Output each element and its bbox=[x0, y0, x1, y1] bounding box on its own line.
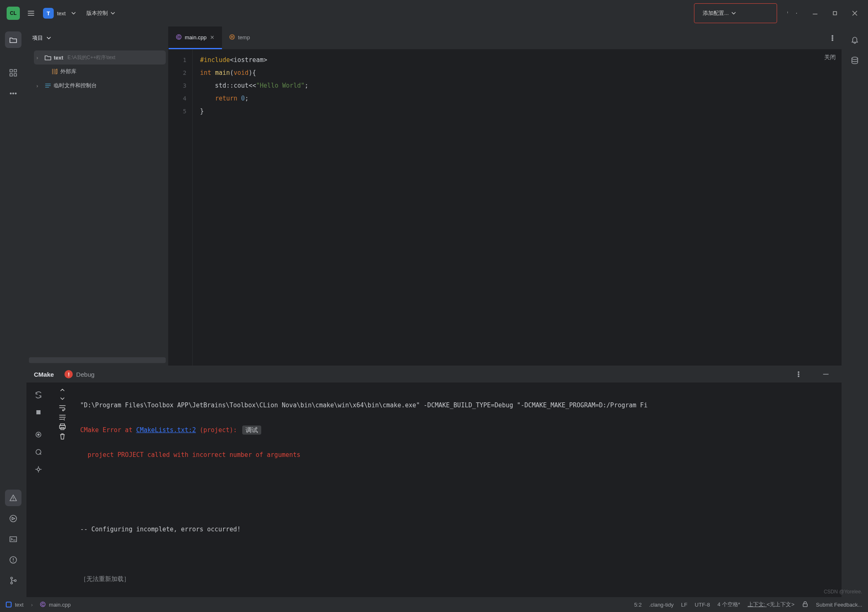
svg-point-14 bbox=[10, 515, 17, 522]
project-name: text bbox=[57, 10, 66, 17]
hide-tool-button[interactable] bbox=[818, 366, 834, 382]
print-button[interactable] bbox=[59, 423, 66, 432]
bottom-tool-window: CMake ! Debug bbox=[26, 366, 842, 597]
code-content[interactable]: #include<iostream>int main(void){ std::c… bbox=[193, 50, 842, 366]
run-config-selector[interactable]: 添加配置... bbox=[696, 7, 743, 19]
tab-label: main.cpp bbox=[185, 34, 207, 41]
cpp-file-icon: Ⓒ bbox=[176, 33, 181, 41]
breadcrumb-file[interactable]: Ⓒmain.cpp bbox=[40, 601, 71, 608]
svg-rect-9 bbox=[10, 74, 12, 76]
project-panel: 项目 › text E:\A我的C++程序\text 外部库 › 临时文件和控制… bbox=[26, 26, 169, 366]
tree-node-name: text bbox=[54, 55, 63, 61]
console-line: "D:\Program Files\Toolbox APP\JetBrains\… bbox=[80, 399, 836, 411]
svg-point-23 bbox=[852, 57, 858, 60]
minimize-button[interactable] bbox=[805, 5, 825, 22]
svg-point-12 bbox=[13, 93, 14, 94]
scroll-down-button[interactable] bbox=[59, 395, 66, 403]
terminal-tool-button[interactable] bbox=[5, 531, 21, 547]
chevron-right-icon: › bbox=[36, 83, 42, 89]
maximize-button[interactable] bbox=[825, 5, 845, 22]
svg-point-29 bbox=[38, 434, 39, 435]
services-tool-button[interactable] bbox=[5, 510, 21, 527]
chevron-down-icon bbox=[731, 11, 736, 16]
project-panel-header[interactable]: 项目 bbox=[26, 26, 168, 50]
error-icon: ! bbox=[64, 370, 73, 378]
tree-scratches[interactable]: › 临时文件和控制台 bbox=[34, 79, 166, 93]
folder-icon bbox=[45, 54, 51, 61]
debug-tab[interactable]: ! Debug bbox=[64, 370, 94, 378]
cmake-tab[interactable]: CMake bbox=[34, 371, 54, 378]
debug-button[interactable] bbox=[755, 9, 764, 18]
stop-button[interactable] bbox=[30, 404, 47, 421]
cmake-console[interactable]: "D:\Program Files\Toolbox APP\JetBrains\… bbox=[74, 382, 842, 612]
error-file-link[interactable]: CMakeLists.txt:2 bbox=[136, 426, 196, 434]
window-controls bbox=[805, 5, 865, 22]
run-more-button[interactable] bbox=[766, 9, 775, 18]
svg-point-13 bbox=[15, 93, 17, 94]
project-scrollbar[interactable] bbox=[29, 357, 166, 363]
close-tab-icon[interactable]: ✕ bbox=[210, 34, 215, 41]
structure-tool-button[interactable] bbox=[5, 65, 21, 81]
svg-point-11 bbox=[10, 93, 12, 94]
editor-close-button[interactable]: 关闭 bbox=[824, 54, 836, 61]
problems-tool-button[interactable] bbox=[5, 490, 21, 506]
settings-button[interactable] bbox=[792, 9, 801, 18]
cmake-cache-button[interactable] bbox=[30, 444, 47, 460]
scroll-up-button[interactable] bbox=[59, 387, 66, 394]
project-tool-button[interactable] bbox=[5, 31, 21, 48]
soft-wrap-button[interactable] bbox=[59, 404, 66, 413]
editor-tabs: Ⓒ main.cpp ✕ Ⓗ temp bbox=[169, 26, 842, 50]
clear-button[interactable] bbox=[59, 433, 66, 441]
run-button[interactable] bbox=[744, 9, 754, 18]
svg-rect-7 bbox=[10, 69, 12, 72]
reload-button[interactable] bbox=[30, 387, 47, 403]
scroll-end-button[interactable] bbox=[59, 414, 66, 422]
svg-point-26 bbox=[798, 376, 799, 377]
run-config-group: 添加配置... bbox=[694, 3, 777, 23]
tabs-more-button[interactable] bbox=[823, 26, 842, 49]
notifications-button[interactable] bbox=[847, 31, 863, 48]
more-tools-button[interactable] bbox=[5, 85, 21, 102]
panel-title: 项目 bbox=[32, 34, 43, 42]
line-number: 5 bbox=[169, 105, 186, 118]
tool-window-tabs: CMake ! Debug bbox=[26, 366, 842, 382]
cmake-profile-button[interactable] bbox=[30, 426, 47, 443]
tab-label: temp bbox=[238, 34, 250, 41]
tree-root-node[interactable]: › text E:\A我的C++程序\text bbox=[34, 50, 166, 65]
vcs-tool-button[interactable] bbox=[5, 572, 21, 589]
cmake-toolbar-1 bbox=[26, 382, 50, 612]
line-number: 1 bbox=[169, 54, 186, 67]
tree-ext-libs[interactable]: 外部库 bbox=[41, 65, 166, 79]
code-editor[interactable]: 1 2 3 4 5 #include<iostream>int main(voi… bbox=[169, 50, 842, 366]
tool-options-button[interactable] bbox=[790, 366, 807, 382]
breadcrumb-root[interactable]: text bbox=[6, 602, 24, 608]
svg-rect-8 bbox=[14, 69, 17, 72]
tree-node-label: 临时文件和控制台 bbox=[54, 82, 97, 89]
svg-point-31 bbox=[37, 468, 40, 471]
tab-temp[interactable]: Ⓗ temp bbox=[222, 26, 258, 49]
tree-node-path: E:\A我的C++程序\text bbox=[67, 54, 115, 61]
editor-area: Ⓒ main.cpp ✕ Ⓗ temp 1 2 3 4 5 #include<i… bbox=[169, 26, 842, 366]
main-menu-button[interactable] bbox=[23, 7, 39, 19]
search-button[interactable] bbox=[783, 9, 792, 18]
line-number: 3 bbox=[169, 79, 186, 92]
vcs-menu[interactable]: 版本控制 bbox=[82, 7, 119, 19]
cmake-settings-button[interactable] bbox=[30, 461, 47, 478]
vcs-label: 版本控制 bbox=[86, 10, 108, 17]
database-button[interactable] bbox=[847, 52, 863, 69]
close-window-button[interactable] bbox=[845, 5, 865, 22]
chevron-down-icon bbox=[110, 11, 115, 16]
h-file-icon: Ⓗ bbox=[229, 33, 235, 41]
cmake-toolbar-2 bbox=[50, 382, 74, 612]
title-bar: CL T text 版本控制 添加配置... bbox=[0, 0, 868, 26]
tab-main-cpp[interactable]: Ⓒ main.cpp ✕ bbox=[169, 26, 222, 49]
chevron-down-icon bbox=[69, 9, 78, 18]
left-tool-strip bbox=[0, 26, 26, 597]
event-log-button[interactable] bbox=[5, 552, 21, 568]
svg-rect-6 bbox=[833, 12, 837, 15]
svg-rect-10 bbox=[14, 74, 17, 76]
project-selector[interactable]: T text bbox=[39, 6, 82, 20]
line-number: 4 bbox=[169, 92, 186, 105]
right-tool-strip bbox=[842, 26, 868, 597]
library-icon bbox=[51, 68, 58, 75]
